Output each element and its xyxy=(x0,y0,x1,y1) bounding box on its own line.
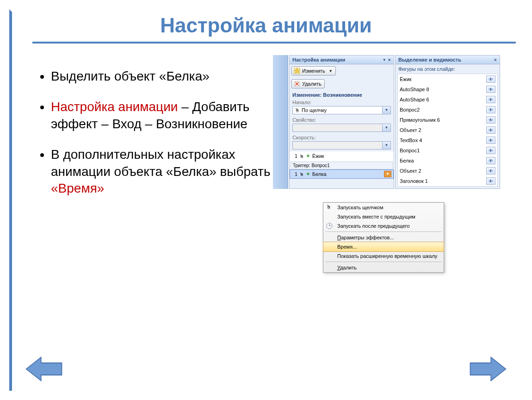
change-button[interactable]: Изменить ▼ xyxy=(291,66,336,75)
visibility-heading: Фигуры на этом слайде: xyxy=(396,64,500,74)
eye-icon[interactable]: 👁 xyxy=(486,137,495,144)
effect-star-icon: ✶ xyxy=(306,171,310,177)
visibility-row[interactable]: TextBox 4👁 xyxy=(398,135,497,145)
combo-dropdown-icon: ▼ xyxy=(382,142,390,149)
visibility-row[interactable]: Заголовок 1👁 xyxy=(398,176,497,186)
eye-icon[interactable]: 👁 xyxy=(486,126,495,134)
window-strip xyxy=(273,55,288,189)
ctx-show-timeline[interactable]: Показать расширенную временную шкалу xyxy=(323,251,444,261)
visibility-row[interactable]: Объект 2👁 xyxy=(398,166,497,176)
row-dropdown-icon[interactable]: ▼ xyxy=(384,171,391,177)
visibility-pane-header: Выделение и видимость × xyxy=(396,56,500,64)
close-icon[interactable]: × xyxy=(388,57,391,62)
screenshot-area: Настройка анимации ▼ × Изменить ▼ xyxy=(273,55,513,218)
combo-dropdown-icon: ▼ xyxy=(382,124,390,131)
eye-icon[interactable]: 👁 xyxy=(486,167,495,175)
ctx-start-after-previous[interactable]: Запускать после предыдущего xyxy=(323,221,444,231)
ctx-start-with-previous[interactable]: Запускать вместе с предыдущим xyxy=(323,212,444,221)
effect-star-icon: ✶ xyxy=(306,153,310,159)
mouse-icon: 🖱 xyxy=(295,107,300,113)
prev-arrow[interactable] xyxy=(25,356,62,381)
speed-label: Скорость: xyxy=(290,134,394,140)
visibility-row[interactable]: Вопрос2👁 xyxy=(398,105,497,115)
delete-icon xyxy=(294,81,300,87)
visibility-row[interactable]: AutoShape 8👁 xyxy=(398,84,497,94)
ctx-start-on-click[interactable]: 🖱 Запускать щелчком xyxy=(323,203,444,212)
animation-row[interactable]: 1🖱✶Ёжик xyxy=(290,151,394,161)
visibility-list: Ёжик👁 AutoShape 8👁 AutoShape 6👁 Вопрос2👁… xyxy=(397,74,498,187)
property-label: Свойство: xyxy=(290,116,394,123)
mouse-icon: 🖱 xyxy=(326,204,333,211)
visibility-row[interactable]: Ёжик👁 xyxy=(398,74,497,84)
svg-marker-9 xyxy=(470,357,506,381)
change-section-label: Изменение: Возникновение xyxy=(290,90,394,99)
visibility-pane-title: Выделение и видимость xyxy=(398,57,461,62)
visibility-row[interactable]: Прямоугольник 6👁 xyxy=(398,115,497,125)
visibility-pane: Выделение и видимость × Фигуры на этом с… xyxy=(395,55,500,189)
svg-marker-8 xyxy=(26,357,62,381)
ctx-delete[interactable]: Удалить xyxy=(323,263,444,272)
property-combo: ▼ xyxy=(292,124,391,132)
dropdown-icon[interactable]: ▼ xyxy=(383,58,386,62)
eye-icon[interactable]: 👁 xyxy=(486,177,495,185)
menu-separator xyxy=(325,262,442,262)
trigger-row: Триггер: Вопрос1 xyxy=(291,162,393,169)
combo-dropdown-icon[interactable]: ▼ xyxy=(382,106,390,114)
ctx-timing[interactable]: Время... xyxy=(323,242,444,252)
next-arrow[interactable] xyxy=(470,356,507,381)
context-menu: 🖱 Запускать щелчком Запускать вместе с п… xyxy=(323,202,444,273)
eye-icon[interactable]: 👁 xyxy=(486,75,495,83)
close-icon[interactable]: × xyxy=(494,57,497,62)
animation-pane-title: Настройка анимации xyxy=(292,57,345,62)
visibility-row[interactable]: Белка👁 xyxy=(398,156,497,166)
delete-button[interactable]: Удалить xyxy=(291,79,325,88)
animation-pane: Настройка анимации ▼ × Изменить ▼ xyxy=(289,55,394,189)
clock-icon xyxy=(326,223,333,229)
ctx-effect-options[interactable]: Параметры эффектов... xyxy=(323,233,444,242)
animation-pane-header: Настройка анимации ▼ × xyxy=(290,56,394,64)
eye-icon[interactable]: 👁 xyxy=(486,116,495,124)
animation-list: 1🖱✶Ёжик Триггер: Вопрос1 1🖱✶Белка ▼ xyxy=(290,151,394,179)
menu-separator xyxy=(325,231,442,232)
visibility-row[interactable]: Объект 2👁 xyxy=(398,125,497,135)
start-combo[interactable]: 🖱По щелчку ▼ xyxy=(292,106,391,114)
mouse-icon: 🖱 xyxy=(299,154,304,159)
star-icon xyxy=(294,68,300,74)
eye-icon[interactable]: 👁 xyxy=(486,96,495,103)
animation-row-selected[interactable]: 1🖱✶Белка ▼ xyxy=(290,169,394,179)
eye-icon[interactable]: 👁 xyxy=(486,106,495,113)
eye-icon[interactable]: 👁 xyxy=(486,157,495,164)
caret-down-icon: ▼ xyxy=(329,69,333,73)
visibility-row[interactable]: Вопрос1👁 xyxy=(398,145,497,156)
start-label: Начало: xyxy=(290,99,394,105)
visibility-row[interactable]: AutoShape 6👁 xyxy=(398,94,497,105)
eye-icon[interactable]: 👁 xyxy=(486,86,495,93)
eye-icon[interactable]: 👁 xyxy=(486,147,495,154)
speed-combo: ▼ xyxy=(292,141,391,150)
mouse-icon: 🖱 xyxy=(299,172,304,177)
